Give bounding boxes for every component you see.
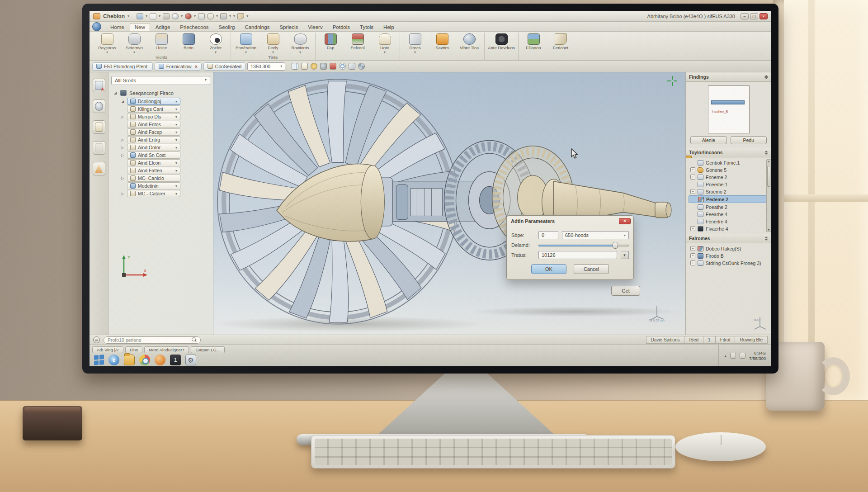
tree-item-pedeme-selected[interactable]: Pedeme 2	[689, 195, 767, 203]
chevron-down-icon[interactable]: ▾	[146, 14, 147, 18]
copy-icon[interactable]	[198, 13, 205, 19]
ribbon-button-feely[interactable]: Feely▾	[260, 33, 286, 54]
tree-item-foneme[interactable]: +Foneme 2	[689, 174, 767, 180]
tree-item-aind-facep[interactable]: Aind Facep▾	[127, 128, 180, 136]
tree-item-aind-elcon[interactable]: Aind Elcon▾	[127, 159, 180, 166]
tree-item-aind-entos[interactable]: Aind Entos▾	[127, 121, 180, 128]
tratus-input[interactable]: 10126	[538, 251, 617, 259]
sbpe-input[interactable]: 0	[538, 231, 558, 239]
taskbar-clock[interactable]: 8:34G 7/55/300	[749, 350, 766, 361]
office-app-icon[interactable]	[155, 355, 165, 365]
alenle-button[interactable]: Alenle	[690, 136, 727, 144]
tree-item-modetinin[interactable]: Modetinin▾	[127, 182, 180, 189]
taskbar-tab-fins[interactable]: Fins	[125, 346, 142, 353]
tree-item-aind-ootor[interactable]: Aind Ootor▾	[127, 144, 180, 151]
chevron-down-icon[interactable]: ▾	[181, 14, 183, 18]
ribbon-button-berin[interactable]: Berin	[175, 33, 202, 50]
open-icon[interactable]	[137, 13, 143, 19]
sort-icon[interactable]	[764, 151, 768, 155]
scrollbar-thumb[interactable]	[767, 166, 770, 187]
expander-icon[interactable]: ◢	[120, 99, 125, 104]
chevron-down-icon[interactable]: ▾	[159, 14, 160, 18]
chevron-down-icon[interactable]: ▾	[194, 14, 196, 18]
expand-icon[interactable]: +	[690, 189, 695, 194]
ribbon-button-ante-devduos[interactable]: Ante Devduos	[486, 33, 516, 50]
expander-icon[interactable]: ▷	[120, 146, 125, 150]
delamd-slider[interactable]	[538, 243, 629, 247]
tree-item-dobeo[interactable]: +Dobeo Hakeg(S)	[689, 245, 767, 252]
status-fitrot[interactable]: Fitrot	[716, 336, 736, 344]
ribbon-button-fap[interactable]: Fap	[317, 33, 344, 50]
menu-seolirg[interactable]: Seolirg	[214, 24, 240, 31]
collapse-icon[interactable]: ◢	[113, 91, 118, 95]
expand-icon[interactable]: +	[690, 246, 695, 251]
taskbar-tab-merd[interactable]: Merd Aloduclgner+	[144, 346, 189, 353]
gears-icon[interactable]	[320, 63, 327, 70]
findings-header[interactable]: Findings	[686, 72, 771, 82]
menu-new[interactable]: New	[130, 23, 150, 31]
collapse-search-icon[interactable]	[93, 336, 100, 343]
chevron-down-icon[interactable]: ▾	[246, 14, 248, 18]
menu-help[interactable]: Help	[379, 24, 399, 31]
taskbar-tab-gatpan[interactable]: Gatpan LG...	[191, 346, 224, 353]
status-ised[interactable]: ISed	[684, 336, 703, 344]
falromes-header[interactable]: Falromes	[686, 234, 771, 243]
menu-spriecls[interactable]: Spriecls	[275, 24, 302, 31]
ribbon-button-zocler[interactable]: Zocler▾	[203, 33, 229, 54]
wheel-icon[interactable]	[358, 63, 365, 70]
expand-icon[interactable]: +	[690, 175, 695, 180]
tree-item-poeathe[interactable]: Poeathe 2	[689, 203, 767, 210]
ribbon-button-uoto[interactable]: Uoto▾	[372, 33, 398, 54]
ribbon-button-enneration[interactable]: Ennération▾	[233, 33, 259, 54]
menu-aditge[interactable]: Aditge	[151, 24, 175, 31]
doc-tab-conseriated[interactable]: ConSeriated	[203, 62, 245, 71]
zoom-combo[interactable]: 1350 300▾	[247, 62, 285, 71]
toylorlincoons-header[interactable]: Toylorlincoons	[686, 148, 771, 157]
paste-special-button[interactable]	[93, 79, 105, 92]
slider-thumb[interactable]	[613, 242, 618, 249]
app-menu-button[interactable]: Cheblon	[103, 13, 125, 19]
app-orb-icon[interactable]	[92, 22, 101, 31]
new-doc-icon[interactable]	[150, 13, 156, 19]
flag-icon[interactable]	[330, 63, 336, 70]
tree-item-sroemo[interactable]: +Sroemo 2	[689, 188, 767, 195]
tree-item-poeerbe[interactable]: Poeerbe 1	[689, 181, 767, 188]
doc-tab-f50[interactable]: F50 Plomdong Ptent:	[92, 62, 153, 71]
print-icon[interactable]	[220, 13, 227, 19]
expand-icon[interactable]: +	[690, 226, 695, 231]
save-icon[interactable]	[163, 13, 170, 19]
menu-potdois[interactable]: Potdois	[328, 24, 354, 31]
tree-item-fenerlre[interactable]: Fenerlre 4	[689, 218, 767, 225]
spinner-down-icon[interactable]: ▼	[621, 251, 629, 259]
expand-icon[interactable]: +	[690, 167, 695, 172]
expander-icon[interactable]: ▷	[120, 153, 125, 157]
menu-vieerv[interactable]: Vieerv	[303, 24, 327, 31]
search-icon[interactable]	[172, 13, 179, 19]
network-icon[interactable]	[730, 353, 736, 359]
ribbon-button-fillaooo[interactable]: Fillaooo	[520, 33, 547, 50]
notes-button[interactable]	[93, 120, 105, 134]
3d-viewport[interactable]: W 0.57 mm Adtin Parameaters × Sbpe: 0	[213, 72, 685, 335]
ribbon-button-savrim[interactable]: Savrim	[429, 33, 455, 50]
status-count[interactable]: 1	[703, 336, 716, 344]
get-button[interactable]: Get	[611, 286, 640, 296]
menu-home[interactable]: Home	[106, 24, 129, 31]
search-icon[interactable]	[192, 337, 197, 342]
tree-item-firodo[interactable]: +Firodo B	[689, 252, 767, 259]
tree-item-dcollongjoj[interactable]: Dcollongjoj▾	[127, 98, 180, 105]
material-icon[interactable]	[185, 13, 192, 19]
menu-candnings[interactable]: Candnings	[240, 24, 274, 31]
menu-tytols[interactable]: Tytols	[355, 24, 378, 31]
expander-icon[interactable]: ▷	[120, 115, 125, 119]
chrome-icon[interactable]	[139, 355, 150, 365]
ribbon-button-rowionts[interactable]: Rowionts▾	[287, 33, 313, 54]
windows-start-button[interactable]	[94, 355, 104, 365]
app-tile-icon[interactable]: 1	[170, 355, 181, 365]
preview-thumbnail[interactable]: Insuhen_B	[708, 85, 750, 133]
pen-icon[interactable]	[237, 13, 244, 19]
ribbon-button-vibre-tica[interactable]: Vibre Tica	[456, 33, 482, 50]
maximize-button[interactable]: ▢	[750, 13, 758, 19]
view-cube-icon[interactable]	[349, 63, 355, 70]
ribbon-button-seiernvo[interactable]: Seiernvo▾	[121, 33, 147, 54]
expander-icon[interactable]: ▷	[120, 192, 125, 196]
